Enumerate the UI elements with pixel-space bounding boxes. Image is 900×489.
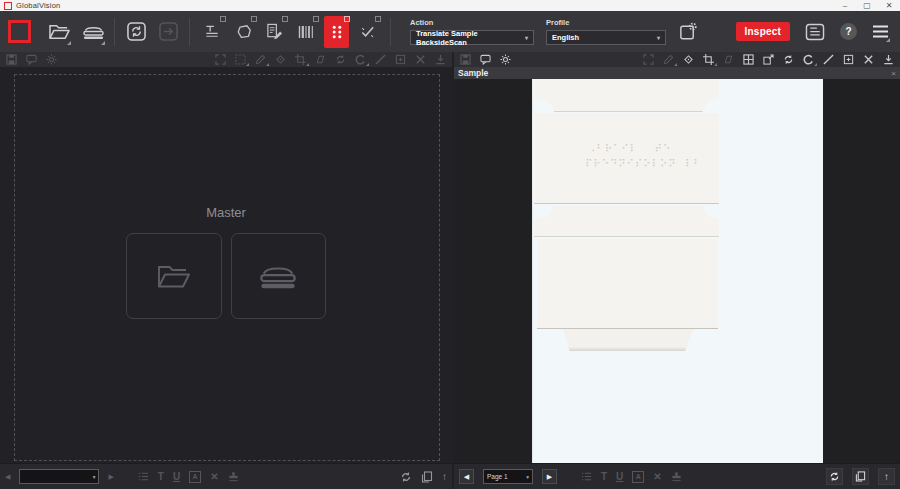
floppy-save-icon [6,54,17,65]
sample-close-button[interactable]: × [891,69,896,78]
duplicate-master-button[interactable] [421,471,433,483]
duplicate-sample-button[interactable] [852,468,869,485]
action-dropdown[interactable]: Translate Sample BacksideScan ▾ [410,30,534,45]
compare-button[interactable] [122,17,150,47]
spelling-inspection-button[interactable] [262,16,287,48]
prev-page-button[interactable]: ◀ [5,473,10,481]
chevron-down-icon: ▾ [657,34,660,41]
annotate-button[interactable] [255,54,266,65]
fit-view-button[interactable] [215,54,226,65]
clear-region-button[interactable] [415,54,426,65]
text-layer-button[interactable]: T [158,471,164,482]
export-image-button[interactable] [883,54,894,65]
help-button[interactable]: ? [840,23,857,40]
add-region-button[interactable] [843,54,854,65]
reload-master-button[interactable] [400,471,412,483]
stamp-button[interactable] [228,471,239,482]
skew-button[interactable] [723,54,734,65]
marquee-select-button[interactable] [235,54,246,65]
profile-dropdown[interactable]: English ▾ [546,30,666,45]
scan-file-button[interactable] [79,17,107,47]
prev-page-button[interactable]: ◀ [459,469,474,484]
grid-icon [743,54,754,65]
add-region-button[interactable] [395,54,406,65]
crop-button[interactable] [703,54,714,65]
minimize-button[interactable]: – [834,0,856,11]
next-page-button[interactable]: ▶ [108,473,113,481]
focus-point-button[interactable] [683,54,694,65]
text-inspection-button[interactable] [200,16,225,48]
transfer-button[interactable] [154,17,182,47]
refresh-view-button[interactable] [783,54,794,65]
measure-line-button[interactable] [375,54,386,65]
barcode-icon [298,24,314,40]
crop-button[interactable] [295,54,306,65]
comment-button[interactable] [480,54,491,65]
graphics-inspection-button[interactable] [231,16,256,48]
skew-button[interactable] [315,54,326,65]
inspect-button[interactable]: Inspect [736,22,790,41]
embossed-braille-line-1: ⠠⠃⠗⠁⠊⠇⠀⠀⠞⠑ [588,142,671,155]
grid-view-button[interactable] [743,54,754,65]
stamp-icon [228,471,239,482]
profile-settings-button[interactable] [674,17,702,47]
load-master-file-button[interactable] [126,233,222,319]
braille-dots-icon [330,24,344,40]
underline-layer-button[interactable]: U [616,471,623,482]
measure-line-button[interactable] [823,54,834,65]
master-bottombar: ◀ ▾ ▶ T U A ✕ ↑ [0,463,452,489]
save-button[interactable] [460,54,471,65]
underline-layer-button[interactable]: U [173,471,180,482]
close-button[interactable]: ✕ [878,0,900,11]
save-button[interactable] [6,54,17,65]
boxed-text-button[interactable]: A [632,471,644,483]
next-page-button[interactable]: ▶ [542,469,557,484]
scan-master-button[interactable] [231,233,327,319]
menu-button[interactable] [868,20,892,44]
dropdown-caret [246,63,249,66]
sample-page-dropdown[interactable]: Page 1 ▾ [483,469,533,484]
brightness-sun-icon [46,54,57,65]
report-button[interactable] [801,17,829,47]
spelling-doc-pencil-icon [266,23,283,40]
export-image-button[interactable] [435,54,446,65]
grid-export-button[interactable] [763,54,774,65]
remove-layer-button[interactable]: ✕ [653,471,661,482]
list-icon [138,471,149,482]
annotate-button[interactable] [663,54,674,65]
brightness-button[interactable] [500,54,511,65]
layers-list-button[interactable] [138,471,149,482]
braille-inspection-button[interactable] [324,16,349,48]
sample-scan-image[interactable]: ⠠⠃⠗⠁⠊⠇⠀⠀⠞⠑ ⠏⠗⠑⠙⠝⠊⠎⠕⠇⠕⠝⠀⠇⠃ [532,79,823,466]
comment-button[interactable] [26,54,37,65]
comment-icon [26,54,37,65]
layers-list-button[interactable] [581,471,592,482]
maximize-button[interactable]: ▢ [856,0,878,11]
rotate-button[interactable] [803,54,814,65]
refresh-view-button[interactable] [335,54,346,65]
focus-point-button[interactable] [275,54,286,65]
checkmark-icon [359,23,376,40]
toolbar-right-group: Inspect ? [736,17,892,47]
remove-layer-button[interactable]: ✕ [210,471,218,482]
text-layer-button[interactable]: T [601,471,607,482]
collapse-master-button[interactable]: ↑ [442,471,447,482]
graphics-shape-icon [236,24,252,40]
master-page-dropdown[interactable]: ▾ [19,469,99,484]
reload-sample-button[interactable] [826,468,843,485]
settings-badge [375,16,381,22]
brightness-button[interactable] [46,54,57,65]
fit-view-button[interactable] [643,54,654,65]
collapse-sample-button[interactable]: ↑ [878,468,895,485]
plus-box-icon [843,54,854,65]
line-icon [823,54,834,65]
rotate-button[interactable] [355,54,366,65]
stamp-button[interactable] [671,471,682,482]
open-file-button[interactable] [45,17,73,47]
barcode-inspection-button[interactable] [293,16,318,48]
verify-inspection-button[interactable] [355,16,380,48]
master-load-area: Master [126,205,326,319]
boxed-text-button[interactable]: A [189,471,201,483]
clear-region-button[interactable] [863,54,874,65]
carton-tuck-flap [563,329,693,351]
